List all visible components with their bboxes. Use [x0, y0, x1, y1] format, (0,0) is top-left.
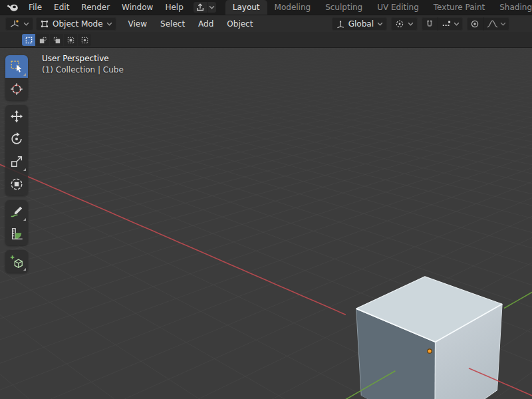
- cursor-3d-icon: [9, 82, 24, 96]
- viewport-canvas[interactable]: [0, 48, 532, 399]
- chevron-down-icon: [377, 22, 383, 26]
- select-mode-extend-button[interactable]: [36, 34, 49, 46]
- chevron-down-icon: [408, 22, 414, 26]
- transform-orientation-icon: [336, 19, 345, 29]
- tool-scale[interactable]: [5, 150, 28, 173]
- object-origin-dot: [428, 349, 432, 353]
- pivot-point-icon: [395, 19, 404, 29]
- select-box-icon: [9, 59, 24, 74]
- tool-measure[interactable]: [5, 223, 28, 245]
- chevron-down-icon: [500, 22, 506, 26]
- topbar: File Edit Render Window Help Layout Mode…: [0, 0, 532, 15]
- chevron-down-icon: [23, 22, 29, 26]
- tool-shelf: [5, 55, 28, 273]
- mode-label: Object Mode: [53, 19, 103, 29]
- annotate-icon: [9, 204, 24, 219]
- proportional-falloff-button[interactable]: [483, 17, 509, 31]
- falloff-curve-icon: [487, 20, 498, 28]
- transform-orientation-select[interactable]: Global: [332, 17, 387, 31]
- tab-modeling[interactable]: Modeling: [267, 0, 319, 15]
- menu-file[interactable]: File: [23, 0, 48, 15]
- menu-select[interactable]: Select: [154, 15, 192, 33]
- export-icon: [196, 3, 205, 12]
- menu-help[interactable]: Help: [159, 0, 189, 15]
- menu-add[interactable]: Add: [192, 15, 220, 33]
- snap-controls: [422, 17, 463, 31]
- editor-3d-viewport-icon: [9, 19, 20, 29]
- add-cube-icon: [9, 254, 24, 269]
- tool-add-cube[interactable]: [5, 250, 28, 273]
- tab-sculpting[interactable]: Sculpting: [318, 0, 370, 15]
- select-intersect-icon: [80, 36, 89, 45]
- chevron-down-icon: [106, 22, 112, 26]
- chevron-down-icon: [209, 5, 215, 9]
- select-extend-icon: [39, 36, 47, 45]
- viewport-header: Object Mode View Select Add Object Globa…: [0, 15, 532, 32]
- tool-cursor[interactable]: [5, 78, 28, 100]
- tool-transform[interactable]: [5, 173, 28, 196]
- menu-view[interactable]: View: [122, 15, 154, 33]
- tool-move[interactable]: [5, 105, 28, 128]
- tool-select-box[interactable]: [5, 55, 28, 78]
- tab-texture-paint[interactable]: Texture Paint: [426, 0, 492, 15]
- viewport-3d[interactable]: User Perspective (1) Collection | Cube: [0, 48, 532, 399]
- menu-edit[interactable]: Edit: [48, 0, 75, 15]
- tab-layout[interactable]: Layout: [225, 0, 267, 15]
- mode-select[interactable]: Object Mode: [36, 17, 116, 31]
- proportional-editing-controls: [467, 17, 509, 31]
- proportional-editing-toggle[interactable]: [467, 17, 483, 31]
- proportional-editing-icon: [470, 19, 479, 29]
- export-button[interactable]: [194, 2, 207, 13]
- pivot-point-select[interactable]: [391, 17, 418, 31]
- blender-logo-icon[interactable]: [5, 2, 20, 13]
- select-invert-icon: [66, 36, 75, 45]
- tool-rotate[interactable]: [5, 128, 28, 150]
- tab-shading[interactable]: Shading: [492, 0, 532, 15]
- transform-icon: [9, 177, 24, 192]
- snap-magnet-icon: [425, 19, 434, 29]
- measure-icon: [9, 227, 24, 241]
- editor-type-button[interactable]: [5, 17, 33, 31]
- tab-uv-editing[interactable]: UV Editing: [370, 0, 426, 15]
- scale-icon: [9, 154, 24, 169]
- orientation-label: Global: [348, 19, 374, 29]
- snap-with-button[interactable]: [438, 17, 463, 31]
- tool-settings-bar: [0, 32, 532, 48]
- menu-window[interactable]: Window: [116, 0, 159, 15]
- rotate-icon: [9, 132, 24, 146]
- select-set-icon: [25, 36, 33, 45]
- export-dropdown-button[interactable]: [207, 2, 216, 13]
- select-mode-invert-button[interactable]: [64, 34, 77, 46]
- menu-object[interactable]: Object: [220, 15, 259, 33]
- snap-increment-icon: [442, 19, 452, 29]
- select-subtract-icon: [53, 36, 61, 45]
- select-mode-set-button[interactable]: [22, 34, 35, 46]
- header-right-controls: Global: [332, 17, 509, 31]
- menu-render[interactable]: Render: [75, 0, 116, 15]
- move-icon: [9, 109, 24, 124]
- snap-toggle-button[interactable]: [422, 17, 438, 31]
- workspace-tabs: Layout Modeling Sculpting UV Editing Tex…: [225, 0, 532, 15]
- select-mode-intersect-button[interactable]: [78, 34, 91, 46]
- chevron-down-icon: [454, 22, 460, 26]
- tool-annotate[interactable]: [5, 200, 28, 223]
- object-mode-icon: [40, 19, 49, 29]
- select-mode-subtract-button[interactable]: [50, 34, 63, 46]
